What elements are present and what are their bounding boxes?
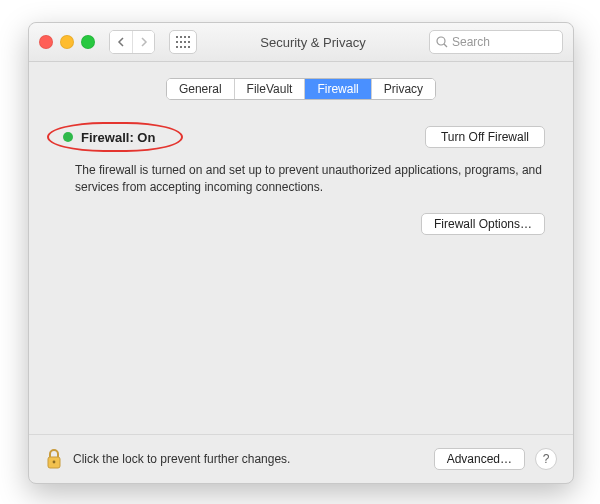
- svg-point-12: [437, 37, 445, 45]
- chevron-right-icon: [140, 37, 148, 47]
- nav-buttons: [109, 30, 155, 54]
- svg-rect-11: [188, 46, 190, 48]
- back-button[interactable]: [110, 31, 132, 53]
- svg-rect-4: [176, 41, 178, 43]
- show-all-button[interactable]: [169, 30, 197, 54]
- svg-rect-6: [184, 41, 186, 43]
- search-icon: [436, 36, 448, 48]
- grid-icon: [176, 36, 190, 48]
- content-area: Firewall: On Turn Off Firewall The firew…: [29, 100, 573, 482]
- svg-rect-2: [184, 36, 186, 38]
- svg-rect-1: [180, 36, 182, 38]
- forward-button[interactable]: [132, 31, 154, 53]
- turn-off-firewall-button[interactable]: Turn Off Firewall: [425, 126, 545, 148]
- window-title: Security & Privacy: [205, 35, 421, 50]
- tabbar: General FileVault Firewall Privacy: [166, 78, 436, 100]
- svg-point-15: [53, 461, 56, 464]
- advanced-button[interactable]: Advanced…: [434, 448, 525, 470]
- svg-rect-0: [176, 36, 178, 38]
- firewall-status-row: Firewall: On Turn Off Firewall: [57, 126, 545, 148]
- firewall-status: Firewall: On: [57, 128, 161, 147]
- svg-line-13: [444, 44, 447, 47]
- preferences-window: Security & Privacy Search General FileVa…: [28, 22, 574, 484]
- svg-rect-10: [184, 46, 186, 48]
- zoom-icon[interactable]: [81, 35, 95, 49]
- svg-rect-9: [180, 46, 182, 48]
- tabs: General FileVault Firewall Privacy: [29, 78, 573, 100]
- search-placeholder: Search: [452, 35, 490, 49]
- tab-privacy[interactable]: Privacy: [371, 79, 435, 99]
- tab-firewall[interactable]: Firewall: [304, 79, 370, 99]
- chevron-left-icon: [117, 37, 125, 47]
- svg-rect-5: [180, 41, 182, 43]
- svg-rect-8: [176, 46, 178, 48]
- svg-rect-3: [188, 36, 190, 38]
- lock-icon[interactable]: [45, 448, 63, 470]
- titlebar: Security & Privacy Search: [29, 23, 573, 62]
- close-icon[interactable]: [39, 35, 53, 49]
- lock-text: Click the lock to prevent further change…: [73, 452, 424, 466]
- tab-general[interactable]: General: [167, 79, 234, 99]
- window-controls: [39, 35, 95, 49]
- help-button[interactable]: ?: [535, 448, 557, 470]
- svg-rect-7: [188, 41, 190, 43]
- minimize-icon[interactable]: [60, 35, 74, 49]
- firewall-description: The firewall is turned on and set up to …: [75, 162, 543, 197]
- annotation-ellipse: [47, 122, 183, 152]
- firewall-options-button[interactable]: Firewall Options…: [421, 213, 545, 235]
- tab-filevault[interactable]: FileVault: [234, 79, 305, 99]
- search-input[interactable]: Search: [429, 30, 563, 54]
- footer: Click the lock to prevent further change…: [29, 434, 573, 483]
